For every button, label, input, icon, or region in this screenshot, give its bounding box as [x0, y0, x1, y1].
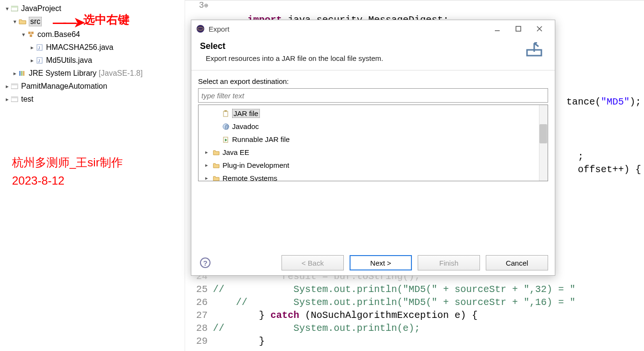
svg-rect-19 — [516, 26, 521, 31]
option-label: Plug-in Development — [222, 161, 289, 169]
svg-rect-15 — [11, 97, 18, 98]
project-icon — [11, 95, 19, 103]
banner-title: Select — [200, 41, 522, 51]
option-remote-systems[interactable]: ▸ Remote Systems — [199, 172, 548, 181]
cancel-button[interactable]: Cancel — [486, 255, 548, 270]
project-icon — [11, 82, 19, 90]
option-java-ee[interactable]: ▸ Java EE — [199, 146, 548, 159]
dialog-banner: Select Export resources into a JAR file … — [191, 37, 555, 70]
finish-button[interactable]: Finish — [418, 255, 480, 270]
banner-subtitle: Export resources into a JAR file on the … — [200, 54, 522, 62]
annotation-arrow-icon: ——➤ — [53, 14, 82, 30]
tree-file[interactable]: ▸ J HMACSHA256.java — [0, 41, 185, 54]
svg-rect-9 — [19, 71, 21, 76]
tree-label: JRE System Library [JavaSE-1.8] — [29, 69, 142, 78]
tree-label: Md5Utils.java — [46, 56, 92, 65]
export-tree: JAR file @ Javadoc Runnable JAR file ▸ J… — [198, 105, 548, 181]
package-explorer: ▾ JavaProject ▾ src ▾ com.Base64 ▸ J HMA… — [0, 0, 185, 351]
button-bar: ? < Back Next > Finish Cancel — [191, 255, 555, 270]
option-label: Remote Systems — [222, 174, 277, 181]
expand-icon[interactable]: ▸ — [12, 70, 18, 77]
expand-icon[interactable]: ▸ — [4, 83, 11, 90]
tree-file[interactable]: ▸ J Md5Utils.java — [0, 54, 185, 67]
option-label: Runnable JAR file — [232, 135, 290, 143]
svg-rect-1 — [11, 6, 18, 8]
maximize-button[interactable] — [508, 22, 529, 36]
option-label: Java EE — [222, 148, 249, 156]
code-partial: tance("MD5"); — [566, 95, 641, 108]
tree-label: PamitManageAutomation — [21, 82, 107, 91]
svg-rect-13 — [11, 84, 18, 85]
expand-icon[interactable]: ▸ — [205, 149, 212, 155]
scrollbar[interactable] — [539, 105, 548, 181]
svg-rect-10 — [21, 71, 23, 76]
tree-project[interactable]: ▸ PamitManageAutomation — [0, 80, 185, 93]
code-line: import java.security.MessageDigest; — [213, 0, 449, 13]
next-button[interactable]: Next > — [350, 255, 412, 270]
option-runnable-jar[interactable]: Runnable JAR file — [199, 133, 548, 146]
project-icon — [11, 5, 19, 12]
expand-icon[interactable]: ▸ — [29, 44, 35, 51]
code-line: } catch (NoSuchAlgorithmException e) { — [213, 309, 575, 322]
back-button[interactable]: < Back — [281, 255, 344, 270]
scrollbar-thumb[interactable] — [539, 124, 547, 143]
svg-rect-4 — [30, 35, 32, 37]
expand-icon[interactable]: ▸ — [29, 57, 35, 64]
titlebar[interactable]: Export — [191, 20, 555, 37]
annotation-text: 选中右键 — [83, 12, 129, 27]
code-line: // System.out.println("MD5(" + sourceStr… — [213, 296, 575, 309]
dialog-body: Select an export destination: JAR file @… — [191, 70, 555, 183]
runnable-jar-icon — [222, 136, 230, 143]
help-button[interactable]: ? — [200, 257, 211, 268]
tree-jre[interactable]: ▸ JRE System Library [JavaSE-1.8] — [0, 67, 185, 80]
dialog-title: Export — [209, 25, 487, 33]
option-label: Javadoc — [232, 122, 259, 130]
expand-icon[interactable]: ▾ — [12, 18, 18, 25]
library-icon — [18, 70, 27, 77]
line-number: 29 — [185, 335, 208, 348]
tree-project[interactable]: ▸ test — [0, 93, 185, 105]
tree-package[interactable]: ▾ com.Base64 — [0, 28, 185, 41]
folder-icon — [212, 175, 221, 182]
code-line: // System.out.println("MD5(" + sourceStr… — [213, 283, 575, 296]
export-dialog: Export Select Export resources into a JA… — [191, 20, 555, 276]
code-partial: offset++) { — [572, 163, 641, 176]
filter-input[interactable] — [198, 88, 548, 103]
line-number: 26 — [185, 296, 208, 309]
svg-text:J: J — [38, 46, 40, 50]
java-file-icon: J — [35, 44, 44, 51]
folder-icon — [212, 149, 221, 156]
expand-icon[interactable]: ▸ — [205, 175, 212, 181]
option-javadoc[interactable]: @ Javadoc — [199, 120, 548, 133]
expand-icon[interactable]: ▸ — [4, 96, 11, 103]
code-partial: ; — [578, 150, 584, 163]
jar-icon — [222, 110, 230, 117]
option-plugin-dev[interactable]: ▸ Plug-in Development — [199, 159, 548, 172]
line-number: 27 — [185, 309, 208, 322]
tree-label: JavaProject — [21, 4, 61, 13]
minimize-button[interactable] — [487, 22, 508, 36]
line-number: 28 — [185, 322, 208, 335]
option-jar-file[interactable]: JAR file — [199, 107, 548, 120]
code-line: } — [213, 335, 575, 348]
expand-icon[interactable]: ▸ — [205, 162, 212, 168]
expand-icon[interactable]: ▾ — [20, 31, 27, 38]
source-folder-icon — [18, 18, 27, 25]
code-line: // System.out.println(e); — [213, 322, 575, 335]
svg-rect-11 — [23, 71, 24, 76]
expand-icon[interactable]: ▾ — [4, 5, 11, 12]
tree-label: src — [29, 17, 42, 26]
folder-icon — [212, 162, 221, 169]
close-button[interactable] — [529, 22, 550, 36]
tree-label: com.Base64 — [37, 30, 80, 39]
svg-rect-22 — [223, 111, 228, 117]
export-icon — [522, 42, 546, 61]
svg-rect-3 — [31, 32, 34, 34]
line-number: 3 — [199, 0, 204, 10]
option-label: JAR file — [232, 109, 260, 118]
tree-label: HMACSHA256.java — [46, 43, 114, 52]
line-number: 25 — [185, 283, 208, 296]
svg-rect-2 — [28, 32, 31, 34]
java-file-icon: J — [35, 57, 44, 64]
javadoc-icon: @ — [222, 123, 230, 130]
